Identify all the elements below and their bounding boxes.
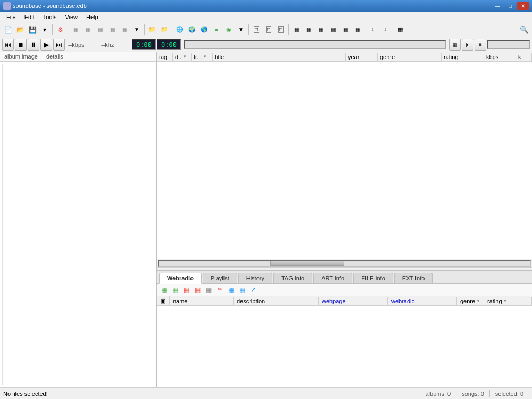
grid-view4[interactable]: ▦ bbox=[106, 24, 118, 36]
left-panel-header: album image details bbox=[0, 52, 156, 62]
col-disk[interactable]: d.. ▼ bbox=[173, 53, 192, 61]
track-list-body[interactable] bbox=[157, 62, 532, 259]
wt-col-webpage[interactable]: webpage bbox=[319, 297, 388, 305]
webradio-header: ▣ name description webpage webradio bbox=[157, 296, 532, 306]
wt-col-webradio[interactable]: webradio bbox=[388, 297, 457, 305]
folder-add[interactable]: 📁 bbox=[146, 24, 158, 36]
menu-help[interactable]: Help bbox=[82, 13, 103, 21]
wr-add2-btn[interactable]: ▦ bbox=[170, 285, 181, 295]
layout-btn[interactable]: ▦ bbox=[395, 24, 406, 36]
next-button[interactable]: ⏭ bbox=[53, 39, 65, 51]
tab-playlist[interactable]: Playlist bbox=[203, 273, 237, 283]
col-title[interactable]: title bbox=[213, 53, 346, 61]
globe1-btn[interactable]: 🌐 bbox=[174, 24, 186, 36]
col-tag[interactable]: tag bbox=[157, 53, 173, 61]
tab-art-info[interactable]: ART Info bbox=[313, 273, 352, 283]
wr-cols1-btn[interactable]: ▦ bbox=[226, 285, 237, 295]
view-btn6[interactable]: ▦ bbox=[352, 24, 363, 36]
menu-file[interactable]: File bbox=[2, 13, 20, 21]
globe2-btn[interactable]: 🌍 bbox=[186, 24, 198, 36]
menu-edit[interactable]: Edit bbox=[20, 13, 39, 21]
col-rating[interactable]: rating bbox=[442, 53, 484, 61]
separator7 bbox=[365, 24, 365, 35]
play-button[interactable]: ▶ bbox=[40, 39, 52, 51]
album-image-area bbox=[2, 64, 154, 385]
col-track[interactable]: tr... ▼ bbox=[192, 53, 213, 61]
wr-add-btn[interactable]: ▦ bbox=[159, 285, 170, 295]
tab-history[interactable]: History bbox=[238, 273, 272, 283]
view-mode1[interactable]: ▦ bbox=[449, 39, 461, 51]
sort-btn1[interactable]: ↕ bbox=[367, 24, 379, 36]
h-scroll-track[interactable] bbox=[158, 260, 531, 267]
menu-tools[interactable]: Tools bbox=[39, 13, 61, 21]
sort-btn2[interactable]: ↕ bbox=[379, 24, 391, 36]
wr-remove2-btn[interactable]: ▦ bbox=[193, 285, 203, 295]
kbps-display: --kbps bbox=[66, 41, 98, 48]
net-dropdown[interactable]: ▼ bbox=[235, 24, 247, 36]
save-button[interactable]: 💾 bbox=[27, 24, 38, 36]
view-btn2[interactable]: ▦ bbox=[303, 24, 314, 36]
sq1-btn[interactable]: □ bbox=[251, 24, 262, 36]
col-kbps[interactable]: kbps bbox=[484, 53, 516, 61]
webradio-table[interactable]: ▣ name description webpage webradio bbox=[157, 296, 532, 387]
dropdown-button[interactable]: ▾ bbox=[39, 24, 51, 36]
net-btn[interactable]: ● bbox=[211, 24, 222, 36]
wt-col-name[interactable]: name bbox=[170, 297, 234, 305]
grid-view3[interactable]: ▦ bbox=[94, 24, 106, 36]
sq2-btn[interactable]: □ bbox=[263, 24, 275, 36]
tab-tag-info[interactable]: TAG Info bbox=[273, 273, 312, 283]
close-button[interactable]: ✕ bbox=[517, 2, 529, 10]
separator4 bbox=[172, 24, 172, 35]
maximize-button[interactable]: □ bbox=[504, 2, 516, 10]
wr-export-btn[interactable]: ↗ bbox=[248, 285, 259, 295]
volume-slider[interactable] bbox=[487, 40, 530, 49]
tab-webradio[interactable]: Webradio bbox=[159, 273, 202, 284]
wt-col-genre[interactable]: genre ▼ bbox=[457, 297, 484, 305]
status-songs: songs: 0 bbox=[456, 390, 489, 397]
view-mode2[interactable]: ⏵ bbox=[462, 39, 473, 51]
search-button[interactable]: 🔍 bbox=[518, 24, 530, 36]
track-list-scrollbar[interactable] bbox=[157, 259, 532, 267]
wr-grid-btn[interactable]: ▦ bbox=[204, 285, 214, 295]
separator6 bbox=[288, 24, 289, 35]
globe3-btn[interactable]: 🌎 bbox=[198, 24, 210, 36]
view-mode3[interactable]: ≡ bbox=[475, 39, 486, 51]
prev-button[interactable]: ⏮ bbox=[2, 39, 14, 51]
open-button[interactable]: 📂 bbox=[14, 24, 26, 36]
wr-remove-btn[interactable]: ▦ bbox=[181, 285, 192, 295]
settings-button[interactable]: ⚙ bbox=[54, 24, 66, 36]
view-btn5[interactable]: ▦ bbox=[339, 24, 351, 36]
menu-view[interactable]: View bbox=[61, 13, 82, 21]
view-btn3[interactable]: ▦ bbox=[315, 24, 327, 36]
wt-col-icon[interactable]: ▣ bbox=[157, 296, 170, 305]
wr-cols2-btn[interactable]: ▦ bbox=[237, 285, 248, 295]
grid-view1[interactable]: ▦ bbox=[70, 24, 81, 36]
minimize-button[interactable]: — bbox=[492, 2, 503, 10]
grid-view2[interactable]: ▦ bbox=[82, 24, 94, 36]
view-btn4[interactable]: ▦ bbox=[327, 24, 339, 36]
view-btn1[interactable]: ▦ bbox=[290, 24, 302, 36]
grid-view5[interactable]: ▦ bbox=[119, 24, 130, 36]
net2-btn[interactable]: ◉ bbox=[223, 24, 235, 36]
col-more[interactable]: k bbox=[516, 53, 532, 61]
tab-ext-info[interactable]: EXT Info bbox=[394, 273, 433, 283]
filter-dropdown[interactable]: ▼ bbox=[131, 24, 143, 36]
h-scroll-thumb[interactable] bbox=[270, 261, 345, 266]
wr-edit-btn[interactable]: ✏ bbox=[215, 285, 226, 295]
wt-col-rating[interactable]: rating ▼ bbox=[484, 297, 532, 305]
separator1 bbox=[52, 24, 53, 35]
pause-button[interactable]: ⏸ bbox=[28, 39, 39, 51]
folder-scan[interactable]: 📁 bbox=[159, 24, 170, 36]
separator5 bbox=[248, 24, 249, 35]
stop-button[interactable]: ⏹ bbox=[15, 39, 27, 51]
col-year[interactable]: year bbox=[346, 53, 378, 61]
tab-file-info[interactable]: FILE Info bbox=[353, 273, 393, 283]
separator8 bbox=[393, 24, 393, 35]
col-genre[interactable]: genre bbox=[378, 53, 442, 61]
transport-bar: ⏮ ⏹ ⏸ ▶ ⏭ --kbps --khz 0:00 0:00 ▦ ⏵ ≡ bbox=[0, 37, 532, 52]
progress-bar[interactable] bbox=[184, 40, 446, 49]
separator2 bbox=[68, 24, 68, 35]
wt-col-description[interactable]: description bbox=[234, 297, 319, 305]
new-button[interactable]: 📄 bbox=[2, 24, 14, 36]
sq3-btn[interactable]: □ bbox=[275, 24, 287, 36]
